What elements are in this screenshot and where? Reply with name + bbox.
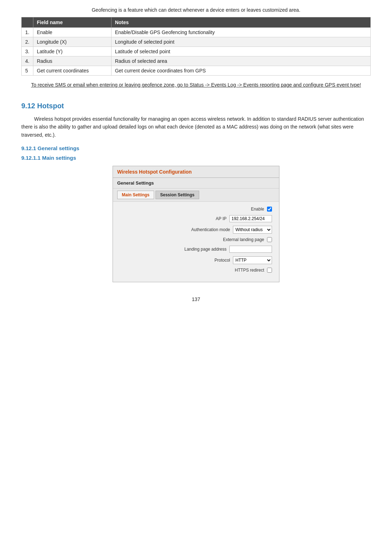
- config-row-landing-address: Landing page address: [120, 246, 272, 253]
- table-header-num: [22, 17, 33, 28]
- label-auth-mode: Authentication mode: [173, 227, 230, 232]
- config-panel-wrap: Wireless Hotspot Configuration General S…: [21, 166, 371, 282]
- table-cell-field: Enable: [33, 28, 111, 37]
- table-cell-field: Latitude (Y): [33, 47, 111, 56]
- checkbox-https-redirect[interactable]: [267, 268, 272, 273]
- label-external-landing: External landing page: [207, 237, 264, 242]
- table-cell-notes: Longitude of selected point: [111, 37, 370, 47]
- select-auth-mode[interactable]: Without radius: [233, 226, 272, 234]
- table-row: 4. Radius Radius of selected area: [22, 56, 371, 66]
- field-table: Field name Notes 1. Enable Enable/Disabl…: [21, 17, 371, 76]
- table-cell-notes: Enable/Disable GPS Geofencing functional…: [111, 28, 370, 37]
- input-landing-address[interactable]: [229, 246, 272, 253]
- table-cell-num: 1.: [22, 28, 33, 37]
- label-landing-address: Landing page address: [170, 247, 227, 252]
- config-row-protocol: Protocol HTTP: [120, 256, 272, 264]
- table-row: 3. Latitude (Y) Latitude of selected poi…: [22, 47, 371, 56]
- checkbox-external-landing[interactable]: [267, 237, 272, 242]
- config-row-ap-ip: AP IP: [120, 215, 272, 222]
- config-row-https-redirect: HTTPS redirect: [120, 268, 272, 273]
- table-header-field: Field name: [33, 17, 111, 28]
- table-cell-num: 2.: [22, 37, 33, 47]
- config-body: Enable AP IP Authentication mode Without…: [113, 202, 279, 282]
- table-header-notes: Notes: [111, 17, 370, 28]
- label-protocol: Protocol: [173, 258, 230, 263]
- table-cell-notes: Radius of selected area: [111, 56, 370, 66]
- input-ap-ip[interactable]: [229, 215, 272, 222]
- section-body: Wireless hotspot provides essential func…: [21, 115, 371, 139]
- table-cell-field: Longitude (X): [33, 37, 111, 47]
- section-heading: 9.12 Hotspot: [21, 102, 371, 110]
- subsection-heading: 9.12.1 General settings: [21, 145, 371, 151]
- select-protocol[interactable]: HTTP: [233, 256, 272, 264]
- page-number: 137: [21, 296, 371, 302]
- table-cell-notes: Get current device coordinates from GPS: [111, 66, 370, 76]
- table-row: 5 Get current coordinates Get current de…: [22, 66, 371, 76]
- label-https-redirect: HTTPS redirect: [207, 268, 264, 273]
- config-row-enable: Enable: [120, 207, 272, 212]
- config-panel-title: Wireless Hotspot Configuration: [113, 166, 279, 178]
- label-enable: Enable: [207, 207, 264, 212]
- table-row: 2. Longitude (X) Longitude of selected p…: [22, 37, 371, 47]
- sms-note: To receive SMS or email when entering or…: [21, 82, 371, 88]
- config-row-external-landing: External landing page: [120, 237, 272, 242]
- intro-text: Geofencing is a feature which can detect…: [21, 7, 371, 13]
- config-panel: Wireless Hotspot Configuration General S…: [113, 166, 279, 282]
- config-row-auth-mode: Authentication mode Without radius: [120, 226, 272, 234]
- table-cell-num: 3.: [22, 47, 33, 56]
- table-cell-field: Get current coordinates: [33, 66, 111, 76]
- tab-session-settings[interactable]: Session Settings: [156, 191, 199, 199]
- tab-main-settings[interactable]: Main Settings: [117, 191, 154, 199]
- label-ap-ip: AP IP: [170, 216, 227, 221]
- subsubsection-heading: 9.12.1.1 Main settings: [21, 155, 371, 161]
- checkbox-enable[interactable]: [267, 207, 272, 212]
- config-section-label: General Settings: [113, 178, 279, 189]
- table-cell-num: 4.: [22, 56, 33, 66]
- table-cell-notes: Latitude of selected point: [111, 47, 370, 56]
- table-cell-field: Radius: [33, 56, 111, 66]
- table-row: 1. Enable Enable/Disable GPS Geofencing …: [22, 28, 371, 37]
- table-cell-num: 5: [22, 66, 33, 76]
- config-tabs: Main Settings Session Settings: [113, 189, 279, 202]
